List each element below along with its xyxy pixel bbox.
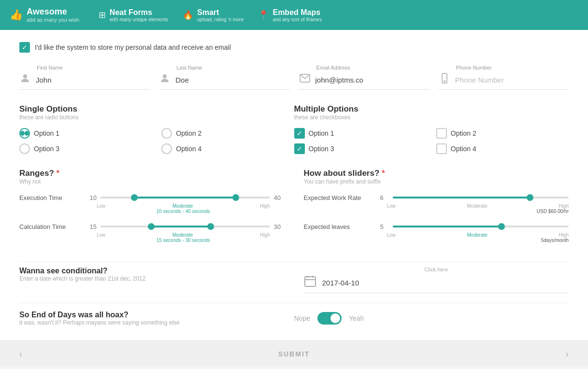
checkbox-option-1[interactable]: ✓ Option 1 xyxy=(294,128,427,139)
checkbox-option-3[interactable]: ✓ Option 3 xyxy=(294,143,427,154)
email-label: Email Address xyxy=(299,65,429,71)
toggle-knob xyxy=(330,313,340,323)
first-name-input[interactable] xyxy=(36,76,149,84)
multiple-options-subtitle: these are checkboxes xyxy=(294,114,569,121)
neat-forms-icon: ⊞ xyxy=(99,10,106,20)
header: 👍 Awesome add as many you wish ⊞ Neat Fo… xyxy=(0,0,588,30)
toggle-left: So End of Days was all hoax? it was, was… xyxy=(19,311,294,326)
last-name-label: Last Name xyxy=(159,65,289,71)
nav-embed-maps[interactable]: 📍 Embed Maps and any sort of iframes xyxy=(258,8,322,22)
person2-icon xyxy=(159,72,171,87)
wr-value-label: USD $60.00/hr xyxy=(304,209,569,214)
nav-smart-sub: upload, rating 'n more xyxy=(197,17,244,22)
first-name-group: First Name xyxy=(19,65,159,90)
radio-circle-3 xyxy=(19,143,30,154)
last-name-input[interactable] xyxy=(175,76,289,84)
calc-time-label: Calculation Time xyxy=(19,223,82,230)
multiple-options-title: Multiple Options xyxy=(294,104,569,114)
leaves-slider[interactable] xyxy=(393,223,569,230)
date-input[interactable] xyxy=(322,279,569,287)
calc-moderate-label: Moderate xyxy=(172,232,193,238)
exec-value-label: 10 seconds - 40 seconds xyxy=(19,209,285,214)
work-rate-val: 6 xyxy=(380,194,389,201)
radio-label-3: Option 3 xyxy=(34,145,59,153)
execution-time-slider[interactable] xyxy=(100,194,270,201)
radio-circle-4 xyxy=(161,143,172,154)
radio-label-1: Option 1 xyxy=(34,129,59,137)
main-content: ✓ I'd like the system to store my person… xyxy=(0,30,588,341)
toggle-subtitle: it was, wasn't it? Perhaps mayans were s… xyxy=(19,319,294,326)
sliders-title: How about sliders? * xyxy=(304,169,569,178)
nav-neat-forms[interactable]: ⊞ Neat Forms with many unique elements xyxy=(99,8,168,22)
work-rate-slider[interactable] xyxy=(393,194,569,201)
brand[interactable]: 👍 Awesome add as many you wish xyxy=(10,7,79,23)
radio-option-4[interactable]: Option 4 xyxy=(161,143,294,154)
toggle-title: So End of Days was all hoax? xyxy=(19,311,294,319)
nav-neat-forms-title: Neat Forms xyxy=(110,8,168,17)
single-options-grid: Option 1 Option 2 Option 3 Option 4 xyxy=(19,128,294,154)
radio-option-2[interactable]: Option 2 xyxy=(161,128,294,139)
date-input-wrap xyxy=(304,275,569,293)
radio-option-1[interactable]: Option 1 xyxy=(19,128,152,139)
next-button[interactable]: › xyxy=(566,349,569,359)
leaves-val: 5 xyxy=(380,223,389,230)
exec-low-label: Low xyxy=(97,203,105,209)
work-rate-row: Expected Work Rate 6 Low Moderate High U… xyxy=(304,194,569,214)
sliders-subtitle: You can have prefix and suffix xyxy=(304,178,569,185)
exec-moderate-label: Moderate xyxy=(172,203,193,209)
embed-maps-icon: 📍 xyxy=(258,10,269,20)
date-title: Wanna see conditional? xyxy=(19,267,285,275)
exec-high-label: High xyxy=(260,203,270,209)
svg-point-4 xyxy=(444,81,445,82)
toggle-right: Nope Yeah xyxy=(294,312,569,325)
date-right: Click here xyxy=(304,267,569,293)
toggle-switch[interactable] xyxy=(317,312,342,325)
lv-moderate-label: Moderate xyxy=(467,232,488,238)
phone-input[interactable] xyxy=(455,76,569,84)
radio-circle-1 xyxy=(19,128,30,139)
toggle-off-label: Nope xyxy=(294,314,310,322)
checkbox-label-3: Option 3 xyxy=(309,145,334,153)
checkbox-label-1: Option 1 xyxy=(309,129,334,137)
calc-value-label: 15 seconds - 30 seconds xyxy=(19,238,285,243)
execution-time-row: Execution Time 10 40 Low Moderate High xyxy=(19,194,285,214)
single-options-title: Single Options xyxy=(19,104,294,114)
date-subtitle: Enter a date which is greater than 21st … xyxy=(19,275,285,282)
calculation-time-slider[interactable] xyxy=(100,223,270,230)
brand-title: Awesome xyxy=(27,7,79,17)
wr-low-label: Low xyxy=(387,203,396,209)
svg-point-0 xyxy=(23,74,27,78)
calendar-icon[interactable] xyxy=(304,275,316,290)
leaves-row: Expected leaves 5 Low Moderate High 5day… xyxy=(304,223,569,243)
lv-high-label: High xyxy=(559,232,569,238)
execution-time-label: Execution Time xyxy=(19,194,82,201)
consent-checkbox[interactable]: ✓ xyxy=(19,42,30,53)
calc-low-label: Low xyxy=(97,232,105,238)
fields-row: First Name Last Name Email Address xyxy=(19,65,569,90)
first-name-label: First Name xyxy=(19,65,149,71)
submit-button[interactable]: SUBMIT xyxy=(278,350,310,358)
toggle-on-label: Yeah xyxy=(349,314,364,322)
toggle-section: So End of Days was all hoax? it was, was… xyxy=(19,303,569,326)
checkbox-option-4[interactable]: Option 4 xyxy=(436,143,569,154)
calculation-time-row: Calculation Time 15 30 Low Moderate Hig xyxy=(19,223,285,243)
sliders-right: How about sliders? * You can have prefix… xyxy=(304,169,569,252)
lv-low-label: Low xyxy=(387,232,396,238)
footer: ‹ SUBMIT › xyxy=(0,341,588,367)
email-input[interactable] xyxy=(316,76,429,84)
date-click-label: Click here xyxy=(304,267,569,272)
nav-smart[interactable]: 🔥 Smart upload, rating 'n more xyxy=(183,8,244,22)
single-options: Single Options these are radio buttons O… xyxy=(19,104,294,154)
date-left: Wanna see conditional? Enter a date whic… xyxy=(19,267,304,282)
brand-subtitle: add as many you wish xyxy=(27,17,79,23)
ranges-sliders-section: Ranges? * Why not Execution Time 10 40 xyxy=(19,169,569,252)
calc-max-val: 30 xyxy=(274,223,285,230)
checkbox-label-2: Option 2 xyxy=(451,129,476,137)
multiple-options-grid: ✓ Option 1 Option 2 ✓ Option 3 Option 4 xyxy=(294,128,569,154)
radio-option-3[interactable]: Option 3 xyxy=(19,143,152,154)
checkbox-option-2[interactable]: Option 2 xyxy=(436,128,569,139)
ranges-left: Ranges? * Why not Execution Time 10 40 xyxy=(19,169,304,252)
multiple-options: Multiple Options these are checkboxes ✓ … xyxy=(294,104,569,154)
email-icon xyxy=(299,72,311,87)
prev-button[interactable]: ‹ xyxy=(19,349,22,359)
